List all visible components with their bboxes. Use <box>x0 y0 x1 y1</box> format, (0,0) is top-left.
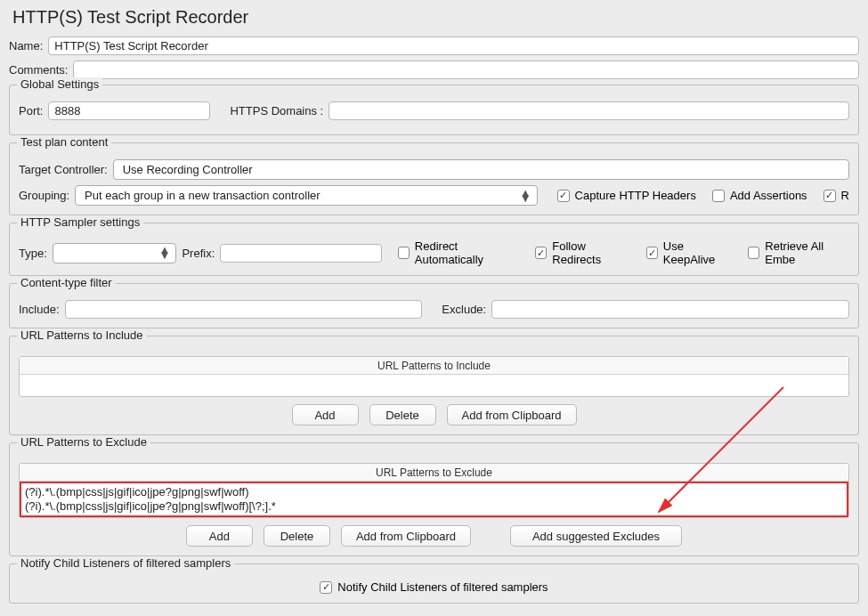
url-include-header: URL Patterns to Include <box>20 357 848 375</box>
include-input[interactable] <box>65 300 423 319</box>
exclude-add-from-clipboard-button[interactable]: Add from Clipboard <box>341 525 471 547</box>
comments-input[interactable] <box>73 61 859 79</box>
include-add-from-clipboard-button[interactable]: Add from Clipboard <box>447 404 577 426</box>
url-patterns-exclude-legend: URL Patterns to Exclude <box>17 435 150 449</box>
use-keepalive-checkbox[interactable]: Use KeepAlive <box>646 239 733 266</box>
target-controller-value: Use Recording Controller <box>123 163 253 176</box>
https-domains-label: HTTPS Domains : <box>230 104 323 118</box>
follow-redirects-checkbox[interactable]: Follow Redirects <box>535 239 630 266</box>
retrieve-all-embedded-checkbox[interactable]: Retrieve All Embe <box>748 239 849 266</box>
name-label: Name: <box>9 39 43 53</box>
target-controller-combo[interactable]: Use Recording Controller <box>113 159 849 180</box>
retrieve-all-embedded-label: Retrieve All Embe <box>765 239 849 266</box>
exclude-pattern-row[interactable]: (?i).*\.(bmp|css|js|gif|ico|jpe?g|png|sw… <box>25 485 843 499</box>
grouping-value: Put each group in a new transaction cont… <box>85 189 320 202</box>
use-keepalive-label: Use KeepAlive <box>663 239 733 266</box>
port-input[interactable] <box>48 101 210 120</box>
https-domains-input[interactable] <box>329 101 849 120</box>
url-patterns-include-legend: URL Patterns to Include <box>17 328 147 342</box>
follow-redirects-label: Follow Redirects <box>552 239 630 266</box>
grouping-label: Grouping: <box>19 189 69 202</box>
include-add-button[interactable]: Add <box>292 404 359 426</box>
grouping-combo[interactable]: Put each group in a new transaction cont… <box>75 185 537 206</box>
last-partial-checkbox[interactable]: R <box>823 189 849 202</box>
comments-label: Comments: <box>9 63 68 77</box>
exclude-delete-button[interactable]: Delete <box>264 525 330 547</box>
exclude-label: Exclude: <box>442 303 486 316</box>
type-label: Type: <box>19 247 47 260</box>
url-include-listarea[interactable]: URL Patterns to Include <box>19 356 849 397</box>
updown-icon: ▲▼ <box>520 190 531 201</box>
last-partial-label: R <box>841 189 849 202</box>
content-type-filter-legend: Content-type filter <box>17 276 116 289</box>
exclude-add-button[interactable]: Add <box>186 525 253 547</box>
prefix-input[interactable] <box>220 244 382 263</box>
include-label: Include: <box>19 303 60 316</box>
add-assertions-label: Add Assertions <box>730 189 807 202</box>
exclude-pattern-row[interactable]: (?i).*\.(bmp|css|js|gif|ico|jpe?g|png|sw… <box>25 499 843 514</box>
redirect-automatically-checkbox[interactable]: Redirect Automatically <box>398 239 520 266</box>
redirect-automatically-label: Redirect Automatically <box>415 239 520 266</box>
exclude-patterns-highlighted: (?i).*\.(bmp|css|js|gif|ico|jpe?g|png|sw… <box>20 482 848 517</box>
http-sampler-settings-legend: HTTP Sampler settings <box>17 215 143 229</box>
capture-http-headers-label: Capture HTTP Headers <box>575 189 696 202</box>
test-plan-content-legend: Test plan content <box>17 135 111 149</box>
url-exclude-listarea[interactable]: URL Patterns to Exclude (?i).*\.(bmp|css… <box>19 463 849 518</box>
type-combo[interactable]: ▲▼ <box>53 243 177 263</box>
target-controller-label: Target Controller: <box>19 163 108 176</box>
notify-child-listeners-legend: Notify Child Listeners of filtered sampl… <box>17 556 234 570</box>
add-suggested-excludes-button[interactable]: Add suggested Excludes <box>510 525 682 547</box>
include-delete-button[interactable]: Delete <box>369 404 436 426</box>
capture-http-headers-checkbox[interactable]: Capture HTTP Headers <box>557 189 696 202</box>
port-label: Port: <box>19 104 43 118</box>
notify-child-listeners-label: Notify Child Listeners of filtered sampl… <box>337 580 548 594</box>
global-settings-legend: Global Settings <box>17 77 102 91</box>
url-exclude-header: URL Patterns to Exclude <box>20 464 848 482</box>
name-input[interactable] <box>48 36 859 55</box>
prefix-label: Prefix: <box>182 247 215 260</box>
notify-child-listeners-checkbox[interactable]: Notify Child Listeners of filtered sampl… <box>320 580 548 594</box>
add-assertions-checkbox[interactable]: Add Assertions <box>712 189 807 202</box>
exclude-input[interactable] <box>491 300 849 319</box>
page-title: HTTP(S) Test Script Recorder <box>12 7 859 28</box>
updown-icon: ▲▼ <box>159 247 171 258</box>
